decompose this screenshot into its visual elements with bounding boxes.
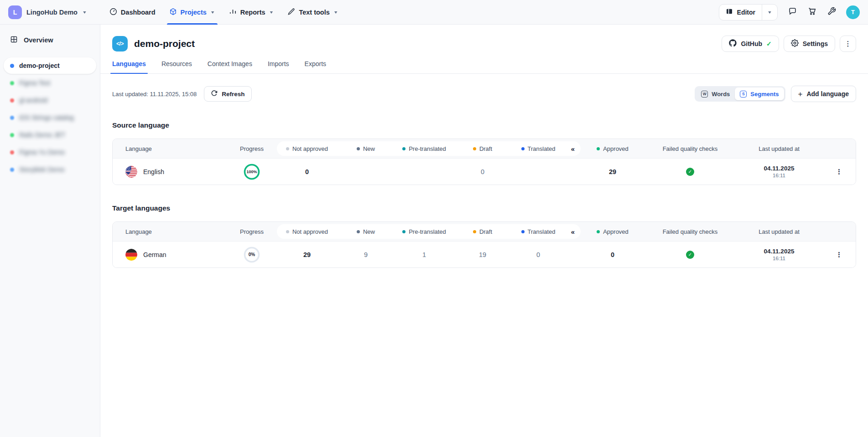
segments-icon: S	[740, 91, 747, 98]
chevron-down-icon: ▼	[210, 10, 215, 15]
status-columns-pill: Not approved New Pre-translated Dra	[277, 224, 581, 239]
user-avatar[interactable]: T	[846, 5, 860, 19]
sidebar-project-item[interactable]: gl-android	[4, 92, 96, 108]
sidebar-item-overview[interactable]: Overview	[0, 30, 100, 50]
settings-button[interactable]: Settings	[784, 36, 835, 52]
col-label: Pre-translated	[409, 228, 446, 235]
new-value: 9	[364, 251, 368, 258]
not-approved-value: 29	[303, 251, 311, 258]
cube-icon	[169, 8, 177, 17]
status-dot	[357, 230, 360, 233]
status-values: 0 0	[277, 168, 581, 175]
progress-value: 0%	[249, 252, 255, 257]
collapse-columns-button[interactable]: «	[565, 145, 581, 153]
status-dot	[402, 230, 405, 233]
col-label: Draft	[479, 228, 492, 235]
col-draft: Draft	[454, 228, 511, 235]
units-toggle: W Words S Segments	[695, 86, 785, 102]
col-pre-translated: Pre-translated	[395, 228, 454, 235]
github-connected-check-icon: ✓	[766, 40, 772, 47]
project-tabs: Languages Resources Context Images Impor…	[100, 60, 868, 74]
tab-languages[interactable]: Languages	[112, 60, 146, 73]
sidebar-project-item[interactable]: Figma Test	[4, 75, 96, 91]
last-updated-cell: 04.11.2025 16:11	[736, 248, 822, 261]
sidebar-project-item[interactable]: Storyblok Demo	[4, 161, 96, 178]
not-approved-value: 0	[305, 168, 309, 175]
tab-exports[interactable]: Exports	[305, 60, 326, 73]
col-failed-quality-checks: Failed quality checks	[645, 145, 736, 152]
editor-dropdown-button[interactable]: ▼	[762, 5, 777, 20]
editor-button[interactable]: Editor	[719, 5, 762, 20]
cart-button[interactable]	[807, 7, 817, 17]
sidebar-project-demo-project[interactable]: demo-project	[4, 57, 96, 74]
tab-resources[interactable]: Resources	[161, 60, 192, 73]
main-nav: Dashboard Projects ▼ Reports ▼ Text tool…	[103, 0, 345, 25]
row-menu-button[interactable]: ⋮	[836, 168, 842, 176]
refresh-label: Refresh	[222, 91, 244, 98]
admin-tools-button[interactable]	[826, 7, 837, 17]
bar-chart-icon	[229, 8, 237, 17]
editor-layout-icon	[726, 8, 733, 16]
words-icon: W	[701, 91, 708, 98]
approved-value: 29	[609, 168, 616, 175]
project-header: </> demo-project GitHub ✓ Settings ⋮	[112, 36, 856, 52]
project-label: Figma Test	[19, 79, 50, 87]
col-new: New	[337, 145, 395, 152]
nav-label: Dashboard	[121, 9, 156, 16]
toolbar-right: W Words S Segments + Add language	[695, 86, 856, 102]
target-languages-table: Language Progress Not approved New	[112, 221, 856, 268]
date-value: 04.11.2025	[764, 165, 795, 172]
project-dot	[10, 168, 14, 172]
last-updated-text: Last updated: 11.11.2025, 15:08	[112, 91, 197, 98]
project-label: Storyblok Demo	[19, 166, 65, 173]
col-translated: Translated	[511, 145, 565, 152]
github-button[interactable]: GitHub ✓	[722, 36, 779, 52]
progress-value: 100%	[246, 170, 257, 174]
language-name: English	[143, 168, 164, 175]
feedback-button[interactable]	[787, 7, 797, 17]
add-language-button[interactable]: + Add language	[791, 86, 857, 102]
language-cell: German	[113, 249, 227, 261]
github-icon	[729, 39, 737, 48]
time-value: 16:11	[773, 173, 785, 178]
source-language-title: Source language	[112, 121, 856, 129]
table-header: Language Progress Not approved New	[113, 222, 856, 241]
nav-projects[interactable]: Projects ▼	[162, 0, 222, 25]
col-language: Language	[113, 145, 227, 152]
status-dot	[597, 230, 600, 233]
kebab-icon: ⋮	[845, 40, 852, 48]
nav-dashboard[interactable]: Dashboard	[103, 0, 162, 25]
workspace-switcher[interactable]: L LingoHub Demo ▼	[8, 5, 87, 19]
language-name: German	[143, 251, 166, 258]
col-label: Translated	[528, 228, 556, 235]
refresh-button[interactable]: Refresh	[204, 86, 251, 102]
col-label: Not approved	[292, 228, 328, 235]
flag-german-icon	[125, 249, 137, 261]
sidebar-project-item[interactable]: Rails Demo JET	[4, 127, 96, 143]
sidebar-project-item[interactable]: Figma Yu Demo	[4, 144, 96, 160]
col-label: Draft	[479, 145, 492, 152]
col-pre-translated: Pre-translated	[395, 145, 454, 152]
project-list: demo-project Figma Test gl-android iOS S…	[0, 57, 100, 178]
project-menu-button[interactable]: ⋮	[840, 36, 856, 52]
toggle-words[interactable]: W Words	[696, 87, 735, 100]
status-dot	[357, 147, 360, 150]
collapse-columns-button[interactable]: «	[565, 228, 581, 236]
row-menu-button[interactable]: ⋮	[836, 251, 842, 259]
col-progress: Progress	[227, 145, 277, 152]
nav-text-tools[interactable]: Text tools ▼	[281, 0, 345, 25]
toggle-segments[interactable]: S Segments	[735, 87, 784, 100]
col-failed-quality-checks: Failed quality checks	[645, 228, 736, 235]
sidebar-project-item[interactable]: iOS Strings catalog	[4, 109, 96, 126]
tab-context-images[interactable]: Context Images	[208, 60, 252, 73]
progress-ring: 0%	[243, 246, 260, 263]
progress-ring: 100%	[243, 163, 260, 180]
col-label: Pre-translated	[409, 145, 446, 152]
project-dot	[10, 81, 14, 85]
table-row-english[interactable]: English 100% 0 0	[113, 158, 856, 185]
nav-reports[interactable]: Reports ▼	[222, 0, 281, 25]
tab-imports[interactable]: Imports	[268, 60, 289, 73]
nav-label: Reports	[240, 9, 265, 16]
table-row-german[interactable]: German 0% 29 9 1 19 0	[113, 241, 856, 267]
col-label: Approved	[603, 228, 629, 235]
